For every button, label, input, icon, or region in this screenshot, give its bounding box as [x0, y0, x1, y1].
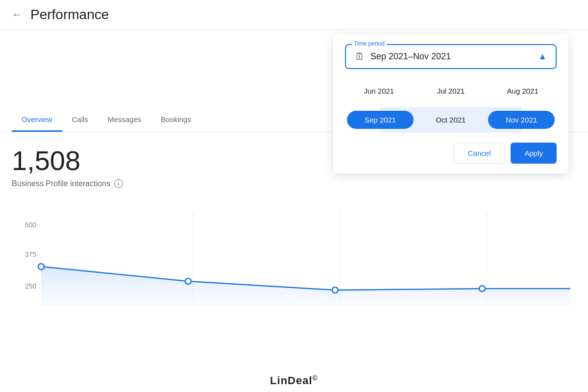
tab-overview[interactable]: Overview [12, 108, 62, 132]
metric-label: Business Profile interactions i [12, 179, 576, 188]
month-sep2021[interactable]: Sep 2021 [347, 111, 414, 129]
month-sep2021-cell: Sep 2021 [345, 107, 416, 133]
month-nov2021-cell: Nov 2021 [486, 107, 557, 133]
y-label-500: 500 [25, 221, 37, 229]
watermark: LinDeal© [270, 374, 318, 387]
tab-bookings[interactable]: Bookings [151, 108, 201, 132]
month-nov2021[interactable]: Nov 2021 [488, 111, 555, 129]
time-period-selector[interactable]: Time period 🗓 Sep 2021–Nov 2021 ▲ [345, 44, 557, 69]
chart-point-0 [38, 264, 44, 270]
back-button[interactable]: ← [12, 8, 23, 21]
page-title: Performance [30, 7, 109, 23]
y-label-375: 375 [25, 250, 37, 258]
chart-container: 500 375 250 [12, 208, 576, 318]
chart-svg: 500 375 250 [12, 208, 575, 316]
time-period-label: Time period [352, 40, 387, 47]
chart-point-3 [479, 286, 485, 292]
month-aug2021[interactable]: Aug 2021 [490, 82, 555, 100]
month-jul2021[interactable]: Jul 2021 [419, 82, 483, 100]
time-period-value: Sep 2021–Nov 2021 [370, 51, 532, 62]
month-jun2021[interactable]: Jun 2021 [347, 82, 411, 100]
chart-point-2 [332, 287, 338, 293]
chart-area: 500 375 250 [0, 198, 588, 318]
metric-label-text: Business Profile interactions [12, 179, 110, 188]
tab-messages[interactable]: Messages [98, 108, 151, 132]
info-icon[interactable]: i [114, 179, 123, 188]
watermark-symbol: © [313, 374, 318, 382]
month-jun2021-cell: Jun 2021 [345, 78, 413, 104]
watermark-text: LinDeal [270, 374, 312, 387]
month-jul2021-cell: Jul 2021 [417, 78, 485, 104]
header: ← Performance [0, 0, 588, 30]
calendar-icon: 🗓 [355, 51, 365, 62]
chevron-up-icon: ▲ [538, 51, 547, 62]
month-oct2021[interactable]: Oct 2021 [417, 111, 484, 129]
cancel-button[interactable]: Cancel [454, 143, 505, 164]
y-label-250: 250 [25, 282, 37, 290]
chart-point-1 [185, 278, 191, 284]
action-row: Cancel Apply [345, 143, 557, 164]
dropdown-panel: Time period 🗓 Sep 2021–Nov 2021 ▲ Jun 20… [333, 34, 568, 173]
month-aug2021-cell: Aug 2021 [489, 78, 557, 104]
apply-button[interactable]: Apply [511, 143, 557, 164]
month-oct2021-cell: Oct 2021 [416, 107, 486, 133]
tab-calls[interactable]: Calls [62, 108, 98, 132]
chart-area-fill [41, 267, 570, 306]
